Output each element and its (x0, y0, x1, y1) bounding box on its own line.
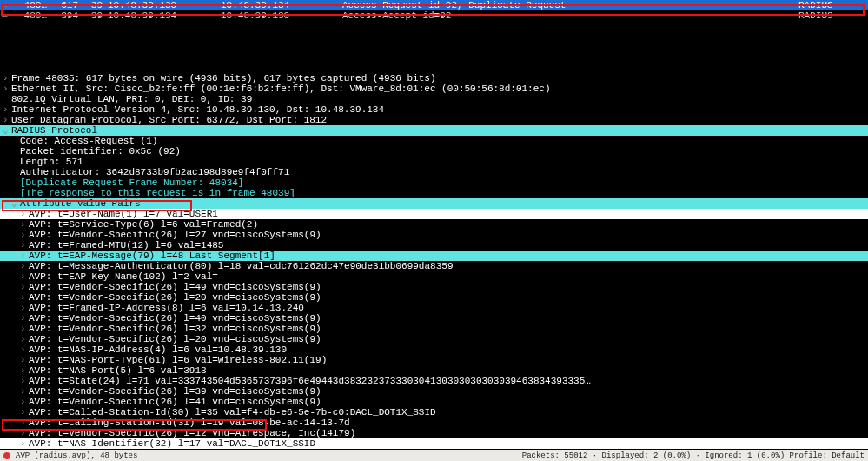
chevron-right-icon: › (20, 209, 29, 219)
tree-line-text: AVP: t=EAP-Key-Name(102) l=2 val= (29, 271, 868, 282)
chevron-right-icon: › (20, 240, 29, 251)
chevron-right-icon: › (20, 355, 29, 365)
status-left: AVP (radius.avp), 48 bytes (16, 451, 137, 460)
tree-line-text: AVP: t=Message-Authenticator(80) l=18 va… (29, 261, 868, 271)
tree-line-text: AVP: t=Vendor-Specific(26) l=27 vnd=cisc… (29, 230, 868, 240)
chevron-right-icon: › (3, 115, 11, 125)
chevron-right-icon: › (20, 271, 29, 282)
chevron-right-icon: › (20, 418, 29, 428)
tree-avp-header[interactable]: ⌄ Attribute Value Pairs (0, 198, 868, 209)
packet-row[interactable]: ←480…3943910.48.39.13410.48.39.130Access… (0, 10, 868, 21)
status-bar: AVP (radius.avp), 48 bytes Packets: 5501… (0, 450, 868, 461)
col-info: Access-Accept id=92 (342, 10, 798, 21)
tree-line-text: User Datagram Protocol, Src Port: 63772,… (11, 115, 868, 125)
chevron-right-icon: › (3, 84, 11, 94)
chevron-right-icon: › (20, 376, 29, 386)
chevron-right-icon: › (20, 428, 29, 438)
chevron-right-icon: › (20, 438, 29, 449)
radius-header-label: RADIUS Protocol (11, 125, 868, 136)
tree-line[interactable]: 802.1Q Virtual LAN, PRI: 0, DEI: 0, ID: … (0, 94, 868, 104)
tree-line[interactable]: ›AVP: t=Vendor-Specific(26) l=20 vnd=cis… (0, 334, 868, 344)
tree-line[interactable]: ›AVP: t=Calling-Station-Id(31) l=19 val=… (0, 418, 868, 428)
tree-line[interactable]: ›AVP: t=Vendor-Specific(26) l=32 vnd=cis… (0, 324, 868, 334)
tree-line-text: AVP: t=Vendor-Specific(26) l=32 vnd=cisc… (29, 324, 868, 334)
chevron-right-icon: › (20, 386, 29, 397)
tree-line-text: AVP: t=Vendor-Specific(26) l=39 vnd=cisc… (29, 386, 868, 397)
status-dot-icon (3, 452, 10, 459)
tree-line-text: Packet identifier: 0x5c (92) (20, 146, 868, 157)
packet-row[interactable]: →480…6173910.48.39.13010.48.39.134Access… (0, 0, 868, 10)
chevron-right-icon: › (20, 334, 29, 344)
tree-line-text: AVP: t=Calling-Station-Id(31) l=19 val=0… (29, 418, 868, 428)
tree-line[interactable]: ›AVP: t=NAS-IP-Address(4) l=6 val=10.48.… (0, 344, 868, 355)
tree-line-text: Internet Protocol Version 4, Src: 10.48.… (11, 104, 868, 115)
chevron-right-icon: › (3, 104, 11, 115)
col-time: 394 (50, 10, 83, 21)
tree-line[interactable]: ›AVP: t=Vendor-Specific(26) l=12 vnd=Air… (0, 428, 868, 438)
tree-line-text: AVP: t=Vendor-Specific(26) l=40 vnd=cisc… (29, 313, 868, 324)
avp-header-label: Attribute Value Pairs (20, 198, 868, 209)
tree-line[interactable]: ›AVP: t=NAS-Port-Type(61) l=6 val=Wirele… (0, 355, 868, 365)
tree-line-text: Authenticator: 3642d8733b9fb2ac198d89e9f… (20, 167, 868, 177)
tree-line-text: AVP: t=User-Name(1) l=7 val=USER1 (29, 209, 868, 219)
tree-line-text: Frame 48035: 617 bytes on wire (4936 bit… (11, 73, 868, 84)
tree-line[interactable]: Length: 571 (0, 157, 868, 167)
tree-line[interactable]: ›AVP: t=NAS-Port(5) l=6 val=3913 (0, 365, 868, 376)
tree-line[interactable]: ›AVP: t=User-Name(1) l=7 val=USER1 (0, 209, 868, 219)
tree-line-text: AVP: t=Vendor-Specific(26) l=41 vnd=cisc… (29, 397, 868, 407)
tree-line-text: AVP: t=Framed-MTU(12) l=6 val=1485 (29, 240, 868, 251)
tree-line[interactable]: Authenticator: 3642d8733b9fb2ac198d89e9f… (0, 167, 868, 177)
tree-line[interactable]: ›AVP: t=Vendor-Specific(26) l=27 vnd=cis… (0, 230, 868, 240)
tree-line[interactable]: ›AVP: t=Framed-IP-Address(8) l=6 val=10.… (0, 303, 868, 313)
tree-line[interactable]: ›Internet Protocol Version 4, Src: 10.48… (0, 104, 868, 115)
tree-line[interactable]: ›AVP: t=Vendor-Specific(26) l=20 vnd=cis… (0, 292, 868, 303)
tree-radius-header[interactable]: ⌄ RADIUS Protocol (0, 125, 868, 136)
tree-line[interactable]: ›AVP: t=Message-Authenticator(80) l=18 v… (0, 261, 868, 271)
tree-line-text: AVP: t=NAS-IP-Address(4) l=6 val=10.48.3… (29, 344, 868, 355)
tree-line[interactable]: ›AVP: t=Vendor-Specific(26) l=49 vnd=cis… (0, 282, 868, 292)
packet-list[interactable]: →480…6173910.48.39.13010.48.39.134Access… (0, 0, 868, 21)
col-proto: RADIUS (798, 10, 868, 21)
col-dst: 10.48.39.130 (221, 10, 342, 21)
tree-line-text: AVP: t=Vendor-Specific(26) l=49 vnd=cisc… (29, 282, 868, 292)
col-proto: RADIUS (798, 0, 868, 10)
col-len: 39 (83, 0, 108, 10)
tree-line-text: AVP: t=EAP-Message(79) l=48 Last Segment… (29, 251, 868, 261)
col-info: Access-Request id=92, Duplicate Request (342, 0, 798, 10)
chevron-right-icon: › (20, 397, 29, 407)
col-time: 617 (50, 0, 83, 10)
status-right: Packets: 55012 · Displayed: 2 (0.0%) · I… (522, 451, 865, 460)
chevron-down-icon: ⌄ (3, 125, 11, 136)
direction-icon: ← (0, 10, 14, 21)
tree-line[interactable]: [Duplicate Request Frame Number: 48034] (0, 177, 868, 188)
tree-line[interactable]: ›AVP: t=Vendor-Specific(26) l=39 vnd=cis… (0, 386, 868, 397)
col-len: 39 (83, 10, 108, 21)
tree-line-text: Code: Access-Request (1) (20, 136, 868, 146)
tree-line-text: AVP: t=NAS-Port-Type(61) l=6 val=Wireles… (29, 355, 868, 365)
tree-line[interactable]: ›AVP: t=Called-Station-Id(30) l=35 val=f… (0, 407, 868, 418)
tree-line[interactable]: ›AVP: t=Vendor-Specific(26) l=41 vnd=cis… (0, 397, 868, 407)
tree-line[interactable]: ›Ethernet II, Src: Cisco_b2:fe:ff (00:1e… (0, 84, 868, 94)
chevron-right-icon: › (20, 282, 29, 292)
tree-line-text: AVP: t=Vendor-Specific(26) l=12 vnd=Aire… (29, 428, 868, 438)
tree-line[interactable]: ›AVP: t=Vendor-Specific(26) l=40 vnd=cis… (0, 313, 868, 324)
col-no: 480… (14, 10, 50, 21)
tree-line[interactable]: Packet identifier: 0x5c (92) (0, 146, 868, 157)
tree-line[interactable]: ›AVP: t=EAP-Key-Name(102) l=2 val= (0, 271, 868, 282)
tree-line[interactable]: [The response to this request is in fram… (0, 188, 868, 198)
tree-line[interactable]: ›User Datagram Protocol, Src Port: 63772… (0, 115, 868, 125)
tree-line-text: [The response to this request is in fram… (20, 188, 868, 198)
tree-line[interactable]: Code: Access-Request (1) (0, 136, 868, 146)
tree-line[interactable]: ›AVP: t=EAP-Message(79) l=48 Last Segmen… (0, 251, 868, 261)
tree-line[interactable]: ›AVP: t=State(24) l=71 val=333743504d536… (0, 376, 868, 386)
chevron-right-icon: › (20, 303, 29, 313)
tree-line[interactable]: ›Frame 48035: 617 bytes on wire (4936 bi… (0, 73, 868, 84)
tree-line[interactable]: ›AVP: t=Framed-MTU(12) l=6 val=1485 (0, 240, 868, 251)
packet-details[interactable]: ›Frame 48035: 617 bytes on wire (4936 bi… (0, 73, 868, 461)
tree-line[interactable]: ›AVP: t=Service-Type(6) l=6 val=Framed(2… (0, 219, 868, 230)
tree-line-text: AVP: t=State(24) l=71 val=333743504d5365… (29, 376, 868, 386)
tree-line-text: AVP: t=Framed-IP-Address(8) l=6 val=10.1… (29, 303, 868, 313)
tree-line-text: AVP: t=Service-Type(6) l=6 val=Framed(2) (29, 219, 868, 230)
chevron-right-icon: › (20, 324, 29, 334)
tree-line[interactable]: ›AVP: t=NAS-Identifier(32) l=17 val=DACL… (0, 438, 868, 449)
